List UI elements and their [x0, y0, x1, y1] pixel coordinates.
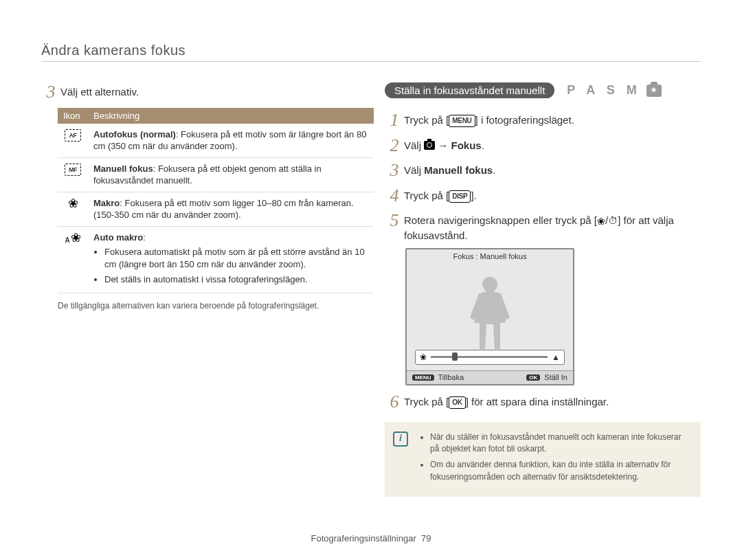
right-step-3: 3 Välj Manuell fokus.: [385, 161, 701, 181]
step-text: Tryck på [DISP].: [404, 186, 701, 203]
step-number: 3: [41, 82, 60, 102]
col-header-desc: Beskrivning: [88, 108, 374, 124]
lcd-label: Fokus : Manuell fokus: [407, 249, 573, 260]
list-item: Det ställs in automatiskt i vissa fotogr…: [104, 273, 368, 286]
right-step-5: 5 Rotera navigeringsknappen eller tryck …: [385, 211, 701, 243]
table-row: ❀ Makro: Fokusera på ett motiv som ligge…: [58, 192, 374, 226]
right-step-1: 1 Tryck på [MENU] i fotograferingsläget.: [385, 111, 701, 131]
lcd-set-label: Ställ In: [544, 373, 567, 381]
timer-icon: ⏱: [608, 215, 618, 226]
footer-page-number: 79: [421, 533, 431, 544]
info-note: i När du ställer in fokusavståndet manue…: [385, 422, 701, 497]
step-number: 2: [385, 136, 404, 156]
list-item: Fokusera automatiskt på motiv som är på …: [104, 246, 368, 270]
manualfocus-icon: MF: [65, 164, 81, 176]
col-header-icon: Ikon: [58, 108, 88, 124]
right-step-2: 2 Välj → Fokus.: [385, 136, 701, 156]
row-desc: Manuell fokus: Fokusera på ett objekt ge…: [88, 157, 374, 192]
options-table: Ikon Beskrivning AF Autofokus (normal): …: [58, 108, 374, 293]
focus-slider-track: ❀ ▲: [415, 350, 565, 365]
left-step-3: 3 Välj ett alternativ.: [41, 82, 357, 102]
slider-bar: [431, 356, 548, 358]
row-desc: Auto makro: Fokusera automatiskt på moti…: [88, 226, 374, 293]
left-footnote: De tillgängliga alternativen kan variera…: [58, 300, 357, 312]
right-step-6: 6 Tryck på [OK] för att spara dina instä…: [385, 392, 701, 412]
step-text: Tryck på [OK] för att spara dina inställ…: [404, 392, 701, 409]
menu-chip-icon: MENU: [412, 374, 434, 381]
mode-indicator: P A S M: [567, 83, 661, 98]
menu-button-icon: MENU: [449, 115, 475, 127]
lcd-preview: Fokus : Manuell fokus ❀ ▲: [405, 248, 574, 385]
step-number: 3: [385, 161, 404, 181]
header-divider: [41, 61, 701, 62]
left-column: 3 Välj ett alternativ. Ikon Beskrivning …: [41, 82, 357, 497]
step-text: Rotera navigeringsknappen eller tryck på…: [404, 211, 701, 243]
step-text: Välj Manuell fokus.: [404, 161, 701, 177]
lcd-back-label: Tillbaka: [438, 373, 464, 381]
step-text: Välj ett alternativ.: [60, 82, 357, 99]
step-number: 4: [385, 186, 404, 206]
macro-icon: ❀: [68, 197, 78, 210]
macro-icon: ❀: [597, 216, 605, 226]
right-column: Ställa in fokusavståndet manuellt P A S …: [385, 82, 701, 497]
row-desc: Makro: Fokusera på ett motiv som ligger …: [88, 192, 374, 226]
autofocus-icon: AF: [65, 129, 81, 142]
page-footer: Fotograferingsinställningar 79: [0, 533, 742, 544]
table-row: AF Autofokus (normal): Fokusera på ett m…: [58, 124, 374, 158]
step-text: Välj → Fokus.: [404, 136, 701, 153]
lcd-footer: MENU Tillbaka OK Ställ In: [407, 370, 573, 384]
slider-thumb: [452, 352, 458, 361]
camera-icon: [424, 141, 435, 150]
step-text: Tryck på [MENU] i fotograferingsläget.: [404, 111, 701, 127]
info-icon: i: [393, 432, 408, 447]
row-desc: Autofokus (normal): Fokusera på ett moti…: [88, 124, 374, 158]
ok-chip-icon: OK: [526, 374, 540, 381]
table-row: MF Manuell fokus: Fokusera på ett objekt…: [58, 157, 374, 192]
step-number: 6: [385, 392, 404, 412]
subject-silhouette: [466, 275, 514, 352]
automacro-a-icon: A: [65, 237, 69, 244]
automacro-flower-icon: ❀: [71, 232, 81, 244]
smart-mode-icon: [647, 85, 662, 97]
list-item: När du ställer in fokusavståndet manuell…: [430, 432, 691, 456]
mountain-icon: ▲: [552, 352, 560, 362]
footer-section: Fotograferingsinställningar: [311, 533, 416, 544]
ok-button-icon: OK: [449, 396, 465, 409]
svg-point-0: [482, 277, 497, 292]
step-number: 1: [385, 111, 404, 131]
step-number: 5: [385, 211, 404, 231]
list-item: Om du använder denna funktion, kan du in…: [430, 459, 691, 483]
disp-button-icon: DISP: [449, 190, 471, 203]
table-row: A ❀ Auto makro: Fokusera automatiskt på …: [58, 226, 374, 293]
macro-icon: ❀: [420, 353, 427, 361]
page-header-title: Ändra kamerans fokus: [41, 43, 701, 58]
right-step-4: 4 Tryck på [DISP].: [385, 186, 701, 206]
section-pill: Ställa in fokusavståndet manuellt: [385, 82, 554, 98]
